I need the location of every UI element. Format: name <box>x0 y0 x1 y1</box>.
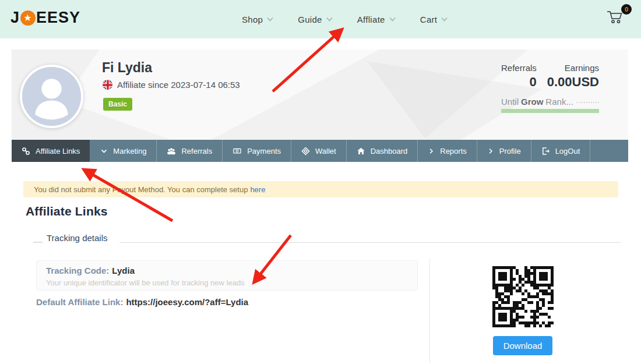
divider <box>33 242 43 243</box>
chevron-down-icon <box>326 17 333 22</box>
referrals-value: 0 <box>530 75 537 90</box>
referrals-label: Referrals <box>501 63 537 73</box>
tab-wallet[interactable]: Wallet <box>291 140 347 162</box>
tab-dashboard[interactable]: Dashboard <box>347 140 418 162</box>
nav-label: Guide <box>298 15 322 24</box>
tracking-code-hint: Your unique identificator will be used f… <box>46 278 408 287</box>
rank-progress-label: Until Grow Rank... <box>501 97 599 107</box>
chevron-down-icon <box>267 17 273 22</box>
default-affiliate-link-row: Default Affiliate Link:https://joeesy.co… <box>36 297 248 307</box>
logo[interactable]: J★EESY <box>10 9 80 27</box>
banknote-icon <box>233 147 242 155</box>
affiliate-since-row: Affiliate since 2023-07-14 06:53 <box>103 80 240 90</box>
referrals-stat: Referrals 0 <box>501 63 537 90</box>
profile-header: Fi Lydia Affiliate since 2023-07-14 06:5… <box>12 50 628 140</box>
setup-here-link[interactable]: here <box>250 185 265 194</box>
tab-profile[interactable]: Profile <box>477 140 531 162</box>
chevron-down-icon <box>389 17 396 22</box>
main-nav: Shop Guide Affliate Cart <box>242 0 448 38</box>
tab-label: Profile <box>499 147 521 156</box>
tab-marketing[interactable]: Marketing <box>90 140 157 162</box>
tab-logout[interactable]: LogOut <box>531 140 591 162</box>
nav-item-shop[interactable]: Shop <box>242 15 273 24</box>
link-icon <box>22 147 30 156</box>
tab-referrals[interactable]: Referrals <box>157 140 223 162</box>
nav-item-affliate[interactable]: Affliate <box>357 15 396 24</box>
logout-icon <box>541 147 550 156</box>
tab-reports[interactable]: Reports <box>418 140 477 162</box>
rank-badge: Basic <box>103 98 132 111</box>
download-button[interactable]: Download <box>493 336 552 355</box>
users-icon <box>167 147 176 156</box>
uk-flag-icon <box>103 80 112 90</box>
nav-label: Affliate <box>357 15 385 24</box>
vertical-divider <box>429 258 430 363</box>
affiliate-since-text: Affiliate since 2023-07-14 06:53 <box>117 80 240 90</box>
payout-warning-banner: You did not submit any Payout Method. Yo… <box>23 181 618 197</box>
cart-icon <box>606 17 625 27</box>
tracking-code-label: Tracking Code: <box>46 266 109 275</box>
tab-label: Reports <box>440 147 467 156</box>
tab-label: Marketing <box>113 147 146 156</box>
logo-text-pre: J <box>10 9 20 27</box>
tab-label: Dashboard <box>371 147 408 156</box>
tab-payments[interactable]: Payments <box>223 140 291 162</box>
default-link-label: Default Affiliate Link: <box>36 297 123 307</box>
rank-suffix: Rank... <box>545 97 573 107</box>
tracking-code-box: Tracking Code:Lydia Your unique identifi… <box>36 260 418 291</box>
stats-panel: Referrals 0 Earnings 0.00USD Until Grow … <box>501 63 599 113</box>
chevron-right-icon <box>487 147 494 155</box>
default-link-value[interactable]: https://joeesy.com/?aff=Lydia <box>126 297 248 307</box>
earnings-label: Earnings <box>565 63 599 73</box>
earnings-stat: Earnings 0.00USD <box>547 63 599 90</box>
tracking-code-value: Lydia <box>112 266 135 275</box>
tab-tracking-details[interactable]: Tracking details <box>47 233 108 243</box>
home-icon <box>357 147 365 156</box>
rank-prefix: Until <box>501 97 519 107</box>
logo-star-icon: ★ <box>20 10 36 26</box>
nav-label: Shop <box>242 15 263 24</box>
tab-label: Payments <box>247 147 281 156</box>
wallet-icon <box>301 147 310 156</box>
nav-label: Cart <box>420 15 438 24</box>
tab-label: LogOut <box>555 147 580 156</box>
rank-progress-bar <box>501 109 599 113</box>
avatar[interactable] <box>20 65 83 128</box>
chevron-right-icon <box>428 147 435 155</box>
dotted-line <box>576 102 599 103</box>
tab-label: Wallet <box>315 147 336 156</box>
rank-name: Grow <box>521 97 543 107</box>
affiliate-tabbar: Affiliate Links Marketing Referrals Paym… <box>12 140 628 162</box>
earnings-value: 0.00USD <box>547 75 599 90</box>
logo-text-post: EESY <box>36 9 80 27</box>
nav-item-guide[interactable]: Guide <box>298 15 333 24</box>
affiliate-name: Fi Lydia <box>102 60 152 76</box>
divider <box>119 242 621 243</box>
page-title: Affiliate Links <box>26 204 108 218</box>
chevron-down-icon <box>441 17 448 22</box>
chevron-down-icon <box>100 147 108 155</box>
tab-affiliate-links[interactable]: Affiliate Links <box>12 140 90 162</box>
qr-code <box>492 266 554 327</box>
tab-label: Referrals <box>181 147 212 156</box>
nav-item-cart[interactable]: Cart <box>420 15 448 24</box>
cart-count-badge: 0 <box>621 4 632 15</box>
topbar: J★EESY Shop Guide Affliate Cart 0 <box>0 0 641 38</box>
tab-label: Affiliate Links <box>36 147 80 156</box>
warning-text: You did not submit any Payout Method. Yo… <box>34 185 248 194</box>
cart-button[interactable]: 0 <box>606 9 629 30</box>
